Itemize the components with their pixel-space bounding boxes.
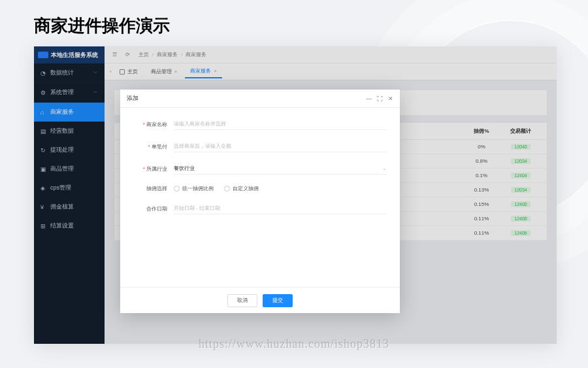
rate-radio-custom[interactable]: 自定义抽佣 xyxy=(224,185,259,192)
rate-radio-unified[interactable]: 统一抽佣比例 xyxy=(174,185,214,192)
spend-field[interactable]: 选择商家后，请输入金额 xyxy=(174,141,387,152)
cancel-button[interactable]: 取消 xyxy=(227,294,257,307)
modal-footer: 取消 提交 xyxy=(120,287,400,313)
modal-title: 添加 xyxy=(127,94,139,103)
close-icon[interactable]: ✕ xyxy=(388,95,393,102)
minimize-icon[interactable]: — xyxy=(366,95,372,102)
merchant-name-field[interactable]: 请输入商家名称并选择 xyxy=(174,118,387,130)
add-modal: 添加 — ⛶ ✕ * 商家名称请输入商家名称并选择 * 单笔付选择商家后，请输入… xyxy=(120,90,400,313)
chevron-down-icon: ⌄ xyxy=(382,165,387,171)
modal-body: * 商家名称请输入商家名称并选择 * 单笔付选择商家后，请输入金额 * 所属行业… xyxy=(120,108,400,287)
maximize-icon[interactable]: ⛶ xyxy=(377,95,383,102)
industry-select[interactable]: 餐饮行业⌄ xyxy=(174,163,387,175)
date-range-field[interactable]: 开始日期 - 结束日期 xyxy=(174,203,387,214)
page-title: 商家进件操作演示 xyxy=(0,0,588,46)
modal-header: 添加 — ⛶ ✕ xyxy=(120,90,400,108)
radio-icon xyxy=(174,186,180,192)
app-window: 本地生活服务系统 ◔数据统计﹀ ⚙系统管理﹀ ⌂商家服务 ▤经营数据 ↻提现处理… xyxy=(34,46,557,344)
radio-icon xyxy=(224,186,230,192)
submit-button[interactable]: 提交 xyxy=(263,294,293,307)
rate-radio-group: 统一抽佣比例 自定义抽佣 xyxy=(174,185,259,192)
